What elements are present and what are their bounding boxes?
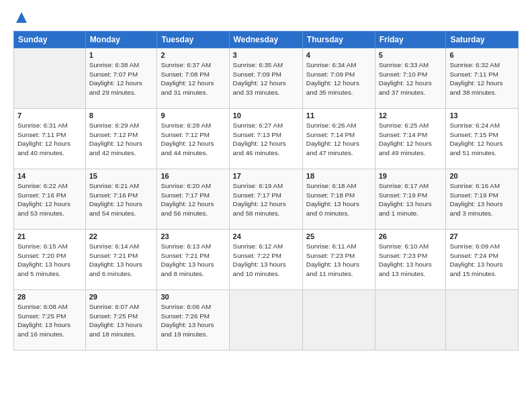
day-info: Sunrise: 6:19 AM Sunset: 7:17 PM Dayligh…: [233, 181, 299, 218]
day-number: 2: [161, 51, 225, 59]
day-info: Sunrise: 6:31 AM Sunset: 7:11 PM Dayligh…: [17, 121, 82, 158]
calendar-cell: [302, 290, 375, 351]
day-number: 18: [306, 172, 371, 180]
day-number: 25: [306, 232, 371, 240]
day-info: Sunrise: 6:20 AM Sunset: 7:17 PM Dayligh…: [161, 181, 225, 218]
header: [13, 11, 519, 24]
day-number: 14: [17, 172, 82, 180]
day-number: 16: [161, 172, 225, 180]
day-info: Sunrise: 6:29 AM Sunset: 7:12 PM Dayligh…: [89, 121, 154, 158]
day-number: 11: [306, 111, 371, 120]
day-number: 27: [449, 232, 515, 240]
day-number: 24: [233, 232, 299, 240]
calendar-week-1: 1Sunrise: 6:38 AM Sunset: 7:07 PM Daylig…: [14, 48, 519, 109]
day-info: Sunrise: 6:09 AM Sunset: 7:24 PM Dayligh…: [449, 242, 515, 279]
day-info: Sunrise: 6:16 AM Sunset: 7:19 PM Dayligh…: [449, 181, 515, 218]
day-number: 3: [233, 51, 299, 59]
day-info: Sunrise: 6:37 AM Sunset: 7:08 PM Dayligh…: [161, 60, 225, 97]
day-number: 20: [449, 172, 515, 180]
day-number: 1: [89, 51, 154, 59]
calendar-cell: 14Sunrise: 6:22 AM Sunset: 7:16 PM Dayli…: [14, 169, 86, 230]
calendar-cell: 1Sunrise: 6:38 AM Sunset: 7:07 PM Daylig…: [85, 48, 157, 109]
calendar-cell: 15Sunrise: 6:21 AM Sunset: 7:16 PM Dayli…: [85, 169, 157, 230]
day-number: 29: [89, 293, 154, 301]
calendar-cell: 16Sunrise: 6:20 AM Sunset: 7:17 PM Dayli…: [157, 169, 229, 230]
calendar-cell: 5Sunrise: 6:33 AM Sunset: 7:10 PM Daylig…: [375, 48, 446, 109]
day-number: 21: [17, 232, 82, 240]
calendar-cell: 22Sunrise: 6:14 AM Sunset: 7:21 PM Dayli…: [85, 230, 157, 290]
weekday-header-monday: Monday: [85, 32, 157, 48]
day-info: Sunrise: 6:25 AM Sunset: 7:14 PM Dayligh…: [379, 121, 443, 158]
day-info: Sunrise: 6:11 AM Sunset: 7:23 PM Dayligh…: [306, 242, 371, 279]
day-info: Sunrise: 6:22 AM Sunset: 7:16 PM Dayligh…: [17, 181, 82, 218]
calendar-cell: [375, 290, 446, 351]
calendar-cell: 27Sunrise: 6:09 AM Sunset: 7:24 PM Dayli…: [446, 230, 519, 290]
day-info: Sunrise: 6:24 AM Sunset: 7:15 PM Dayligh…: [449, 121, 515, 158]
weekday-header-friday: Friday: [375, 32, 446, 48]
day-info: Sunrise: 6:10 AM Sunset: 7:23 PM Dayligh…: [379, 242, 443, 279]
weekday-header-wednesday: Wednesday: [229, 32, 302, 48]
day-info: Sunrise: 6:35 AM Sunset: 7:09 PM Dayligh…: [233, 60, 299, 97]
calendar-cell: 3Sunrise: 6:35 AM Sunset: 7:09 PM Daylig…: [229, 48, 302, 109]
calendar-cell: 20Sunrise: 6:16 AM Sunset: 7:19 PM Dayli…: [446, 169, 519, 230]
calendar-cell: 12Sunrise: 6:25 AM Sunset: 7:14 PM Dayli…: [375, 109, 446, 169]
weekday-header-tuesday: Tuesday: [157, 32, 229, 48]
calendar-cell: 23Sunrise: 6:13 AM Sunset: 7:21 PM Dayli…: [157, 230, 229, 290]
day-info: Sunrise: 6:07 AM Sunset: 7:25 PM Dayligh…: [89, 302, 154, 339]
day-number: 10: [233, 111, 299, 120]
day-number: 22: [89, 232, 154, 240]
day-number: 30: [161, 293, 225, 301]
day-number: 26: [379, 232, 443, 240]
day-info: Sunrise: 6:33 AM Sunset: 7:10 PM Dayligh…: [379, 60, 443, 97]
calendar-header: SundayMondayTuesdayWednesdayThursdayFrid…: [14, 32, 519, 48]
day-info: Sunrise: 6:28 AM Sunset: 7:12 PM Dayligh…: [161, 121, 225, 158]
day-info: Sunrise: 6:26 AM Sunset: 7:14 PM Dayligh…: [306, 121, 371, 158]
day-info: Sunrise: 6:06 AM Sunset: 7:26 PM Dayligh…: [161, 302, 225, 339]
day-number: 5: [379, 51, 443, 59]
calendar-cell: 29Sunrise: 6:07 AM Sunset: 7:25 PM Dayli…: [85, 290, 157, 351]
day-number: 28: [17, 293, 82, 301]
calendar-cell: [446, 290, 519, 351]
day-number: 17: [233, 172, 299, 180]
day-number: 19: [379, 172, 443, 180]
day-info: Sunrise: 6:08 AM Sunset: 7:25 PM Dayligh…: [17, 302, 82, 339]
calendar-cell: 17Sunrise: 6:19 AM Sunset: 7:17 PM Dayli…: [229, 169, 302, 230]
calendar-cell: 24Sunrise: 6:12 AM Sunset: 7:22 PM Dayli…: [229, 230, 302, 290]
day-info: Sunrise: 6:12 AM Sunset: 7:22 PM Dayligh…: [233, 242, 299, 279]
day-number: 23: [161, 232, 225, 240]
calendar-cell: 19Sunrise: 6:17 AM Sunset: 7:19 PM Dayli…: [375, 169, 446, 230]
calendar-cell: 9Sunrise: 6:28 AM Sunset: 7:12 PM Daylig…: [157, 109, 229, 169]
day-info: Sunrise: 6:34 AM Sunset: 7:09 PM Dayligh…: [306, 60, 371, 97]
calendar-cell: 6Sunrise: 6:32 AM Sunset: 7:11 PM Daylig…: [446, 48, 519, 109]
day-number: 9: [161, 111, 225, 120]
calendar-cell: 11Sunrise: 6:26 AM Sunset: 7:14 PM Dayli…: [302, 109, 375, 169]
day-info: Sunrise: 6:17 AM Sunset: 7:19 PM Dayligh…: [379, 181, 443, 218]
day-info: Sunrise: 6:15 AM Sunset: 7:20 PM Dayligh…: [17, 242, 82, 279]
calendar-cell: 4Sunrise: 6:34 AM Sunset: 7:09 PM Daylig…: [302, 48, 375, 109]
calendar-cell: 26Sunrise: 6:10 AM Sunset: 7:23 PM Dayli…: [375, 230, 446, 290]
logo-icon: [15, 11, 28, 24]
calendar-cell: 10Sunrise: 6:27 AM Sunset: 7:13 PM Dayli…: [229, 109, 302, 169]
page: SundayMondayTuesdayWednesdayThursdayFrid…: [0, 0, 532, 411]
weekday-row: SundayMondayTuesdayWednesdayThursdayFrid…: [14, 32, 519, 48]
day-number: 12: [379, 111, 443, 120]
day-info: Sunrise: 6:18 AM Sunset: 7:18 PM Dayligh…: [306, 181, 371, 218]
calendar-cell: [229, 290, 302, 351]
calendar-body: 1Sunrise: 6:38 AM Sunset: 7:07 PM Daylig…: [14, 48, 519, 351]
day-number: 15: [89, 172, 154, 180]
day-info: Sunrise: 6:14 AM Sunset: 7:21 PM Dayligh…: [89, 242, 154, 279]
calendar-table: SundayMondayTuesdayWednesdayThursdayFrid…: [13, 31, 519, 351]
day-number: 8: [89, 111, 154, 120]
day-number: 7: [17, 111, 82, 120]
day-number: 13: [449, 111, 515, 120]
weekday-header-saturday: Saturday: [446, 32, 519, 48]
svg-marker-0: [16, 12, 27, 23]
logo: [13, 11, 28, 24]
calendar-cell: 25Sunrise: 6:11 AM Sunset: 7:23 PM Dayli…: [302, 230, 375, 290]
calendar-week-3: 14Sunrise: 6:22 AM Sunset: 7:16 PM Dayli…: [14, 169, 519, 230]
calendar-week-5: 28Sunrise: 6:08 AM Sunset: 7:25 PM Dayli…: [14, 290, 519, 351]
day-number: 6: [449, 51, 515, 59]
calendar-cell: 2Sunrise: 6:37 AM Sunset: 7:08 PM Daylig…: [157, 48, 229, 109]
weekday-header-sunday: Sunday: [14, 32, 86, 48]
day-info: Sunrise: 6:13 AM Sunset: 7:21 PM Dayligh…: [161, 242, 225, 279]
